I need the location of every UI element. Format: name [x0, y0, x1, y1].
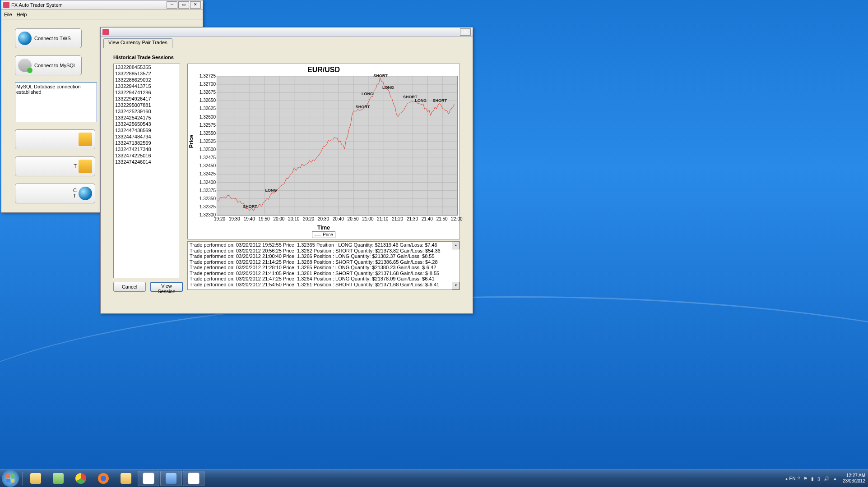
y-tick-label: 1.32325 [200, 204, 216, 209]
session-item[interactable]: 1332447438569 [114, 127, 180, 133]
tray-separator-icon[interactable]: ▴ [785, 476, 788, 481]
y-tick-label: 1.32400 [200, 179, 216, 184]
session-item[interactable]: 1332288513572 [114, 70, 180, 77]
clock-time: 12:27 AM [843, 473, 865, 478]
scroll-down-button[interactable]: ▾ [452, 282, 460, 289]
y-tick-label: 1.32475 [200, 155, 216, 160]
session-item[interactable]: 1332288629092 [114, 77, 180, 83]
close-button[interactable]: ✕ [190, 1, 201, 9]
battery-icon[interactable]: ▯ [817, 476, 820, 481]
session-item[interactable]: 1332294926417 [114, 96, 180, 102]
volume-icon[interactable]: 🔊 [824, 476, 829, 481]
wifi-icon[interactable]: ▲ [833, 476, 837, 481]
network-icon[interactable]: ▮ [811, 476, 814, 481]
firefox-icon [98, 473, 109, 484]
x-tick-label: 19:30 [229, 216, 240, 221]
session-item[interactable]: 1332425239160 [114, 108, 180, 115]
chart-annotation: SHORT [356, 105, 370, 109]
chart-annotation: SHORT [433, 98, 447, 103]
toolbar-button-2[interactable]: T [15, 156, 95, 176]
taskbar-explorer[interactable] [25, 471, 46, 486]
scroll-up-button[interactable]: ▴ [452, 242, 460, 249]
y-tick-label: 1.32525 [200, 138, 216, 143]
x-tick-label: 21:20 [392, 216, 403, 221]
session-item[interactable]: 1332471382569 [114, 140, 180, 146]
historical-sessions-label: Historical Trade Sessions [113, 55, 460, 60]
flag-icon[interactable]: ⚑ [803, 476, 808, 481]
connect-mysql-button[interactable]: Connect to MySQL [15, 55, 82, 75]
session-item[interactable]: 1332474217348 [114, 146, 180, 152]
session-item[interactable]: 1332288455355 [114, 64, 180, 70]
y-tick-label: 1.32675 [200, 90, 216, 95]
taskbar-java-app[interactable] [138, 471, 159, 486]
main-titlebar[interactable]: FX Auto Trader System ─ ▭ ✕ [1, 0, 203, 10]
menu-file[interactable]: File [4, 12, 12, 17]
tool-icon-1 [79, 133, 92, 146]
chart-annotation: LONG [362, 92, 373, 96]
java-icon [102, 29, 109, 35]
session-item[interactable]: 1332294741286 [114, 89, 180, 96]
session-item[interactable]: 1332474246014 [114, 159, 180, 165]
tool-icon-2 [79, 160, 92, 173]
session-item[interactable]: 1332474225016 [114, 152, 180, 159]
session-item[interactable]: 1332425650543 [114, 121, 180, 127]
taskbar-folder[interactable] [115, 471, 137, 486]
y-tick-label: 1.32550 [200, 130, 216, 135]
dialog-titlebar[interactable]: X [101, 28, 473, 37]
y-axis-label: Price [188, 135, 195, 148]
globe-icon-2 [79, 187, 92, 200]
toolbar-button-1[interactable] [15, 129, 95, 149]
y-tick-label: 1.32450 [200, 163, 216, 168]
trade-log-line: Trade performed on: 03/20/2012 21:28:10 … [190, 265, 458, 271]
chart-annotation: LONG [415, 98, 427, 103]
session-item[interactable]: 1332425424175 [114, 115, 180, 121]
clock[interactable]: 12:27 AM 23/03/2012 [843, 473, 865, 484]
x-tick-label: 20:40 [333, 216, 344, 221]
x-tick-label: 19:40 [244, 216, 255, 221]
tab-row: View Currency Pair Trades [101, 37, 473, 48]
y-tick-label: 1.32425 [200, 171, 216, 176]
taskbar-firefox[interactable] [93, 471, 114, 486]
dialog-close-button[interactable]: X [460, 28, 471, 36]
taskbar-users[interactable] [47, 471, 69, 486]
chart-plot-area [217, 76, 458, 216]
chart-legend: Price [312, 231, 335, 238]
x-tick-label: 21:30 [407, 216, 418, 221]
start-button[interactable] [2, 470, 19, 487]
cancel-button[interactable]: Cancel [113, 282, 146, 292]
x-axis-label: Time [317, 225, 330, 231]
taskbar-app-2[interactable] [160, 471, 182, 486]
x-tick-label: 20:10 [288, 216, 299, 221]
y-tick-label: 1.32725 [200, 74, 216, 78]
taskbar-paint[interactable] [183, 471, 204, 486]
y-tick-label: 1.32625 [200, 106, 216, 111]
minimize-button[interactable]: ─ [167, 1, 177, 9]
maximize-button[interactable]: ▭ [178, 1, 189, 9]
y-tick-label: 1.32500 [200, 147, 216, 152]
toolbar-button-3[interactable]: CT [15, 184, 95, 203]
trade-log[interactable]: ▴ ▾ Trade performed on: 03/20/2012 19:52… [187, 241, 460, 290]
taskbar: ▴ EN ? ⚑ ▮ ▯ 🔊 ▲ 12:27 AM 23/03/2012 [0, 469, 868, 487]
x-tick-label: 19:50 [259, 216, 270, 221]
session-item[interactable]: 1332294413715 [114, 83, 180, 89]
session-item[interactable]: 1332447484794 [114, 133, 180, 140]
window-title: FX Auto Trader System [11, 2, 63, 8]
x-tick-label: 21:40 [422, 216, 433, 221]
x-tick-label: 20:20 [303, 216, 314, 221]
chart-panel: EUR/USD Price Time 1.327251.327001.32675… [187, 64, 460, 239]
view-session-button[interactable]: View Session [150, 282, 183, 292]
trade-log-line: Trade performed on: 03/20/2012 21:47:25 … [190, 276, 458, 282]
connect-tws-button[interactable]: Connect to TWS [15, 28, 82, 48]
sessions-listbox[interactable]: 1332288455355133228851357213322886290921… [113, 64, 180, 278]
app-icon [166, 473, 176, 484]
taskbar-chrome[interactable] [70, 471, 92, 486]
x-tick-label: 21:10 [377, 216, 388, 221]
chart-annotation: SHORT [373, 74, 388, 78]
tab-view-currency-trades[interactable]: View Currency Pair Trades [103, 38, 172, 48]
help-icon[interactable]: ? [797, 476, 800, 481]
trade-log-line: Trade performed on: 03/20/2012 21:00:40 … [190, 253, 458, 259]
session-item[interactable]: 1332295007881 [114, 102, 180, 108]
clock-date: 23/03/2012 [843, 478, 865, 484]
language-indicator[interactable]: EN [789, 476, 796, 481]
menu-help[interactable]: Help [17, 12, 27, 17]
